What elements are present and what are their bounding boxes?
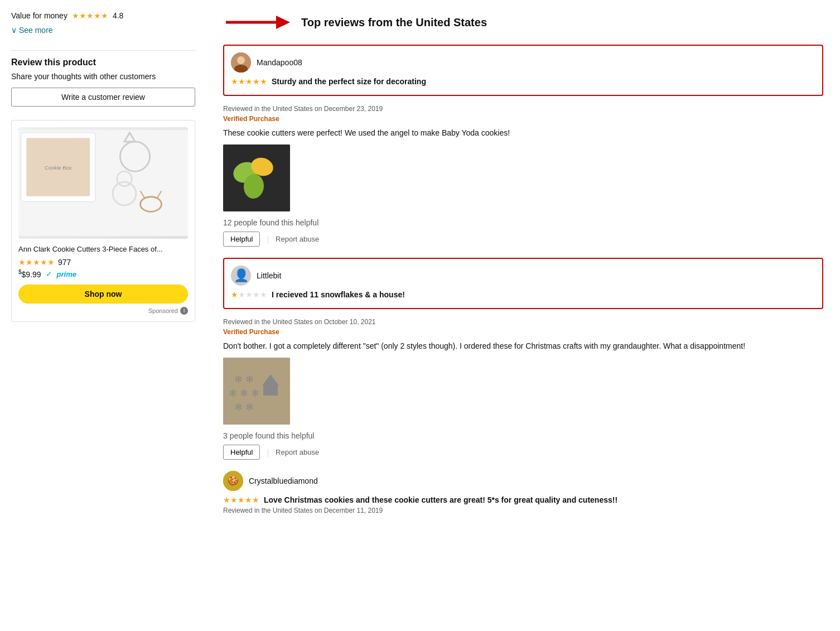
avatar-generic-icon: 👤 xyxy=(234,268,249,283)
actions-row-1: Helpful | Report abuse xyxy=(223,232,823,247)
arrow-indicator xyxy=(223,11,290,33)
ad-price: $$9.99 xyxy=(18,269,41,279)
svg-text:❄ ❄ ❄: ❄ ❄ ❄ xyxy=(229,388,259,399)
prime-badge: prime xyxy=(57,270,76,278)
svg-text:❄ ❄: ❄ ❄ xyxy=(234,402,254,413)
reviewer-row-1: Mandapoo08 xyxy=(231,52,815,73)
review-stars-row-2: ★★★★★ I recieved 11 snowflakes & a house… xyxy=(231,290,815,299)
svg-marker-12 xyxy=(276,16,290,29)
value-for-money-label: Value for money xyxy=(11,11,67,20)
review-stars-row-3: ★★★★★ Love Christmas cookies and these c… xyxy=(223,495,823,504)
info-icon: i xyxy=(180,307,188,315)
verified-badge-1: Verified Purchase xyxy=(223,115,823,123)
sidebar: Value for money ★★★★★ 4.8 ∨ See more Rev… xyxy=(0,11,206,523)
helpful-button-1[interactable]: Helpful xyxy=(223,232,260,247)
review-date-1: Reviewed in the United States on Decembe… xyxy=(223,105,823,113)
review-stars-3: ★★★★★ xyxy=(223,495,259,504)
write-review-button[interactable]: Write a customer review xyxy=(11,88,195,107)
review-section-subtitle: Share your thoughts with other customers xyxy=(11,72,195,81)
helpful-button-2[interactable]: Helpful xyxy=(223,445,260,460)
report-link-1[interactable]: Report abuse xyxy=(276,235,319,243)
svg-text:🍪: 🍪 xyxy=(228,475,239,486)
reviewer-name-1[interactable]: Mandapoo08 xyxy=(257,58,302,67)
review-stars-row-1: ★★★★★ Sturdy and the perfect size for de… xyxy=(231,77,815,86)
separator-2: | xyxy=(267,448,269,457)
helpful-text-1: 12 people found this helpful xyxy=(223,218,823,227)
review-stars-2: ★★★★★ xyxy=(231,290,267,299)
main-content: Top reviews from the United States Manda… xyxy=(206,11,840,523)
svg-point-14 xyxy=(237,56,245,64)
ad-rating-row: ★★★★★ 977 xyxy=(18,258,188,267)
reviewer-name-2[interactable]: Littlebit xyxy=(257,271,281,280)
see-more-link[interactable]: ∨ See more xyxy=(11,26,53,35)
value-for-money-rating: 4.8 xyxy=(113,11,123,20)
reviewer-name-3[interactable]: Crystalbluediamond xyxy=(249,476,318,485)
ad-rating-count: 977 xyxy=(58,258,71,267)
section-header: Top reviews from the United States xyxy=(223,11,823,33)
ad-box: Cookie Box Ann Clark Cookie Cutters 3-Pi… xyxy=(11,120,195,322)
ad-stars: ★★★★★ xyxy=(18,258,55,267)
svg-text:Cookie Box: Cookie Box xyxy=(45,165,72,171)
review-this-product-section: Review this product Share your thoughts … xyxy=(11,57,195,107)
separator-1: | xyxy=(267,235,269,244)
actions-row-2: Helpful | Report abuse xyxy=(223,445,823,460)
review-card-1: Mandapoo08 ★★★★★ Sturdy and the perfect … xyxy=(223,45,823,96)
review-stars-filled-1: ★★★★★ xyxy=(231,77,267,86)
avatar-1 xyxy=(231,52,251,73)
report-link-2[interactable]: Report abuse xyxy=(276,448,319,456)
sponsored-row: Sponsored i xyxy=(18,307,188,315)
review-title-1: Sturdy and the perfect size for decorati… xyxy=(272,77,426,86)
review-title-3: Love Christmas cookies and these cookie … xyxy=(264,495,617,504)
avatar-2: 👤 xyxy=(231,266,251,286)
svg-rect-25 xyxy=(263,386,278,396)
sponsored-label: Sponsored xyxy=(148,307,178,314)
review-plain-3: 🍪 Crystalbluediamond ★★★★★ Love Christma… xyxy=(223,471,823,514)
review-date-2: Reviewed in the United States on October… xyxy=(223,318,823,326)
reviewer-row-3: 🍪 Crystalbluediamond xyxy=(223,471,823,491)
divider-1 xyxy=(11,50,195,51)
ad-price-row: $$9.99 ✓ prime xyxy=(18,269,188,279)
review-title-2: I recieved 11 snowflakes & a house! xyxy=(272,290,405,299)
review-body-2: Don't bother. I got a completely differe… xyxy=(223,340,823,352)
review-body-1: These cookie cutters were perfect! We us… xyxy=(223,127,823,139)
svg-text:❄ ❄: ❄ ❄ xyxy=(234,374,254,385)
review-card-2: 👤 Littlebit ★★★★★ I recieved 11 snowflak… xyxy=(223,258,823,309)
review-image-1 xyxy=(223,144,290,211)
section-title: Top reviews from the United States xyxy=(301,16,487,29)
avatar-3: 🍪 xyxy=(223,471,243,491)
helpful-text-2: 3 people found this helpful xyxy=(223,431,823,440)
reviewer-row-2: 👤 Littlebit xyxy=(231,266,815,286)
prime-checkmark-icon: ✓ xyxy=(46,269,52,278)
review-section-title: Review this product xyxy=(11,57,195,68)
ad-product-image: Cookie Box xyxy=(18,127,188,239)
verified-badge-2: Verified Purchase xyxy=(223,328,823,336)
value-for-money-row: Value for money ★★★★★ 4.8 xyxy=(11,11,195,20)
review-image-2: ❄ ❄ ❄ ❄ ❄ ❄ ❄ xyxy=(223,358,290,425)
review-date-3: Reviewed in the United States on Decembe… xyxy=(223,507,823,514)
value-for-money-stars: ★★★★★ xyxy=(72,11,108,20)
shop-now-button[interactable]: Shop now xyxy=(18,285,188,304)
ad-title: Ann Clark Cookie Cutters 3-Piece Faces o… xyxy=(18,244,188,254)
